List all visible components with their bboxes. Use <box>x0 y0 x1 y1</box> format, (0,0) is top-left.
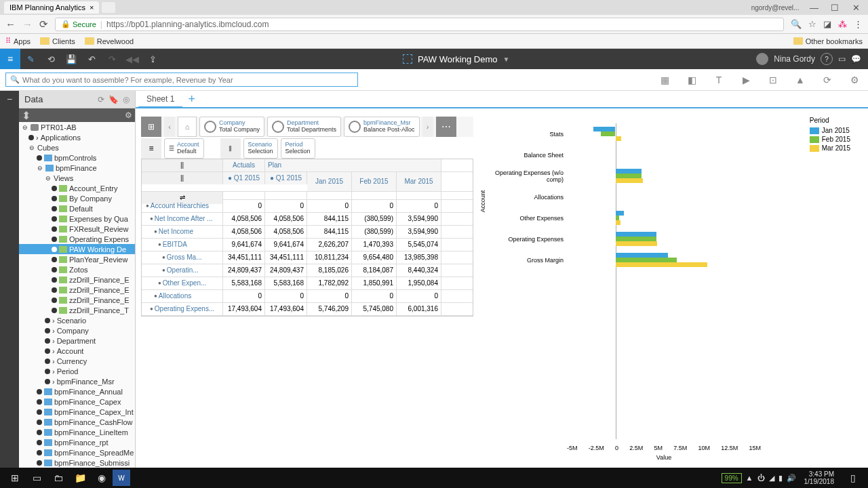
url-input[interactable]: 🔒 Secure | https://bp01.planning-analyti… <box>55 18 784 31</box>
save-icon[interactable]: 💾 <box>61 49 81 69</box>
data-cell[interactable]: (380,599) <box>352 213 397 225</box>
tree-dimension-item[interactable]: ›Currency <box>19 356 135 366</box>
bookmark-folder-clients[interactable]: Clients <box>40 37 75 45</box>
data-cell[interactable]: 3,594,990 <box>397 226 441 238</box>
data-cell[interactable]: 2,626,207 <box>307 239 352 251</box>
period-header[interactable]: ● Q1 2015 <box>223 172 265 184</box>
home-icon[interactable]: ⌂ <box>178 117 197 137</box>
data-cell[interactable]: 24,809,437 <box>265 264 307 277</box>
new-tab-button[interactable] <box>102 2 115 13</box>
more-icon[interactable]: ⋯ <box>436 117 456 137</box>
chevron-left-icon[interactable]: ‹ <box>164 117 175 137</box>
data-cell[interactable]: 9,641,674 <box>223 239 265 251</box>
power-icon[interactable]: ⏻ <box>757 474 765 482</box>
bookmark-folder-revelwood[interactable]: Revelwood <box>85 37 134 45</box>
extension-icon-2[interactable]: ⁂ <box>838 19 847 29</box>
tree-view-item[interactable]: PlanYear_Review <box>19 254 135 264</box>
tree-dimension-item[interactable]: ›Department <box>19 336 135 346</box>
data-cell[interactable]: 0 <box>265 200 307 212</box>
assembly-search-input[interactable] <box>22 76 353 84</box>
forward-icon[interactable]: → <box>22 18 33 30</box>
table-row[interactable]: ● Account Hiearchies00000 <box>142 200 473 213</box>
chevron-right-icon[interactable]: › <box>422 117 433 137</box>
tree-view-item[interactable]: Expenses by Qua <box>19 214 135 224</box>
pin-icon[interactable]: ⬍ <box>22 109 31 122</box>
redo-icon[interactable]: ↷ <box>102 49 122 69</box>
row-header[interactable]: ● Operatin... <box>142 264 223 277</box>
tree-applications[interactable]: ›Applications <box>19 132 135 142</box>
data-cell[interactable]: 9,641,674 <box>265 239 307 251</box>
minimize-icon[interactable]: — <box>804 3 823 13</box>
period-header[interactable]: ● Q1 2015 <box>265 172 307 184</box>
share-icon[interactable]: ⇪ <box>142 49 163 69</box>
chat-icon[interactable]: 💬 <box>851 54 861 64</box>
explorer-icon[interactable]: 📁 <box>69 470 91 486</box>
tree-views[interactable]: ⊖Views <box>19 173 135 183</box>
help-icon[interactable]: ? <box>821 53 833 65</box>
tree-view-item[interactable]: By Company <box>19 193 135 203</box>
reload-icon[interactable]: ⟳ <box>39 18 48 30</box>
data-cell[interactable]: 6,001,316 <box>397 303 441 315</box>
tree-cube-item[interactable]: bpmFinance_rpt <box>19 437 135 447</box>
tree-view-item[interactable]: Zotos <box>19 264 135 274</box>
tree-cube-item[interactable]: bpmFinance_Annual <box>19 386 135 396</box>
assembly-search[interactable]: 🔍 <box>5 73 358 87</box>
search-icon[interactable]: 🔍 <box>791 19 802 29</box>
columns-icon[interactable]: ⦀ <box>220 138 241 159</box>
data-cell[interactable]: (380,599) <box>352 226 397 238</box>
clock[interactable]: 3:43 PM 1/19/2018 <box>800 470 839 485</box>
data-cell[interactable]: 17,493,604 <box>223 303 265 315</box>
refresh-icon[interactable]: ⟲ <box>41 49 61 69</box>
context-dim-measure[interactable]: bpmFinance_MsrBalance Post-Alloc <box>344 117 420 137</box>
close-window-icon[interactable]: ✕ <box>846 3 865 13</box>
data-cell[interactable]: 4,058,506 <box>265 226 307 238</box>
data-cell[interactable]: 34,451,111 <box>223 251 265 264</box>
tree-view-item[interactable]: zzDrill_Finance_E <box>19 274 135 285</box>
data-cell[interactable]: 1,850,991 <box>352 277 397 289</box>
widget-web-icon[interactable]: ⊡ <box>765 72 781 88</box>
data-cell[interactable]: 1,470,393 <box>352 239 397 251</box>
table-row[interactable]: ● Other Expen...5,583,1685,583,1681,782,… <box>142 277 473 290</box>
row-dim-account[interactable]: ☰AccountDefault <box>164 138 204 159</box>
data-cell[interactable]: 3,594,990 <box>397 213 441 225</box>
add-sheet-button[interactable]: + <box>182 92 201 106</box>
tree-view-item[interactable]: Account_Entry <box>19 183 135 193</box>
notifications-icon[interactable]: ▯ <box>842 470 864 486</box>
data-cell[interactable]: 844,115 <box>307 226 352 238</box>
context-dim-company[interactable]: CompanyTotal Company <box>199 117 264 137</box>
data-grid[interactable]: || Actuals Plan || ● Q1 2015 ● Q1 2015 J… <box>141 159 473 317</box>
back-icon[interactable]: ← <box>5 18 16 30</box>
data-cell[interactable]: 34,451,111 <box>265 251 307 264</box>
tree-cube[interactable]: bpmControls <box>19 152 135 163</box>
extension-icon[interactable]: ◪ <box>823 19 831 29</box>
undo-icon[interactable]: ↶ <box>81 49 102 69</box>
data-cell[interactable]: 17,493,604 <box>265 303 307 315</box>
star-icon[interactable]: ☆ <box>808 19 816 29</box>
refresh-icon[interactable]: ⟳ <box>98 95 104 104</box>
table-row[interactable]: ● Operating Expens...17,493,60417,493,60… <box>142 303 473 316</box>
word-icon[interactable]: W <box>113 470 130 486</box>
tree-cube-item[interactable]: bpmFinance_Capex_Int <box>19 407 135 417</box>
column-header-plan[interactable]: Plan <box>265 159 441 171</box>
data-cell[interactable]: 9,654,480 <box>352 251 397 264</box>
row-header[interactable]: ● Operating Expens... <box>142 303 223 315</box>
widget-calendar-icon[interactable]: ◧ <box>684 72 700 88</box>
target-icon[interactable]: ◎ <box>123 95 130 104</box>
data-cell[interactable]: 0 <box>307 200 352 212</box>
hamburger-icon[interactable]: ≡ <box>0 49 20 69</box>
table-row[interactable]: ● Operatin...24,809,43724,809,4378,185,0… <box>142 264 473 277</box>
avatar[interactable] <box>756 53 768 65</box>
pause-icon[interactable]: || <box>142 172 223 184</box>
chrome-icon[interactable]: ◉ <box>91 470 113 486</box>
table-row[interactable]: ● EBITDA9,641,6749,641,6742,626,2071,470… <box>142 239 473 251</box>
table-row[interactable]: ● Net Income After ...4,058,5064,058,506… <box>142 213 473 226</box>
pause-icon[interactable]: || <box>142 159 223 171</box>
other-bookmarks[interactable]: Other bookmarks <box>793 37 863 45</box>
tree-cube-item[interactable]: bpmFinance_CashFlow <box>19 417 135 427</box>
monitor-icon[interactable]: ▭ <box>838 54 846 64</box>
menu-icon[interactable]: ⋮ <box>854 19 863 29</box>
data-cell[interactable]: 4,058,506 <box>223 226 265 238</box>
data-cell[interactable]: 5,545,074 <box>397 239 441 251</box>
sheet-tab[interactable]: Sheet 1 <box>138 92 182 108</box>
data-cell[interactable]: 5,746,209 <box>307 303 352 315</box>
